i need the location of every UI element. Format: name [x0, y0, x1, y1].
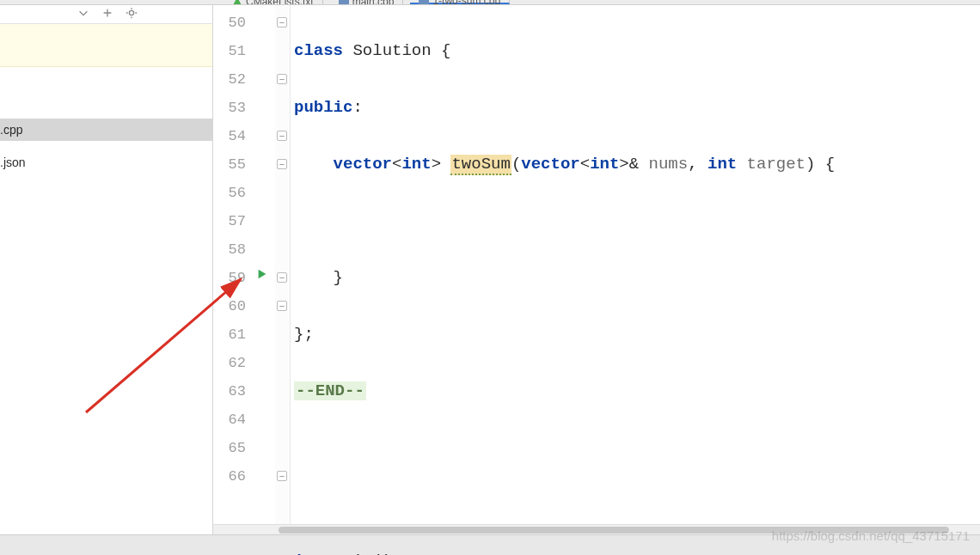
fold-marker[interactable]	[277, 301, 287, 311]
fold-marker[interactable]	[277, 272, 287, 283]
fold-marker[interactable]	[277, 131, 287, 141]
toolbar-settings-icon[interactable]	[126, 7, 138, 21]
fold-marker[interactable]	[277, 471, 287, 481]
line-number-gutter: 50515253 54555657 58596061 62636465 66	[213, 5, 251, 534]
sidebar-item-label: .cpp	[0, 123, 22, 137]
svg-point-3	[129, 10, 133, 15]
tab-two-sum[interactable]: 1-two-sum.cpp	[410, 0, 510, 4]
sidebar-toolbar	[0, 5, 212, 24]
fold-marker[interactable]	[277, 17, 287, 27]
horizontal-scrollbar[interactable]	[213, 524, 980, 534]
editor[interactable]: 50515253 54555657 58596061 62636465 66	[213, 5, 980, 534]
code-area[interactable]: class Solution { public: vector<int> two…	[291, 5, 980, 534]
tab-main[interactable]: main.cpp	[330, 0, 404, 4]
run-icon[interactable]	[256, 268, 268, 283]
run-gutter	[251, 5, 275, 534]
toolbar-expand-icon[interactable]	[77, 7, 89, 21]
fold-marker[interactable]	[277, 159, 287, 169]
fold-gutter	[275, 5, 291, 534]
fold-marker[interactable]	[277, 74, 287, 84]
scrollbar-thumb[interactable]	[279, 527, 949, 534]
project-sidebar: .cpp .json	[0, 5, 213, 534]
tab-cmakelists[interactable]: CMakeLists.txt	[224, 0, 323, 4]
sidebar-item-json[interactable]: .json	[0, 151, 212, 174]
toolbar-add-icon[interactable]	[101, 7, 113, 21]
sidebar-item-label: .json	[0, 156, 26, 169]
sidebar-item-cpp[interactable]: .cpp	[0, 119, 212, 141]
sidebar-highlight-band	[0, 24, 212, 67]
svg-marker-4	[259, 270, 266, 279]
